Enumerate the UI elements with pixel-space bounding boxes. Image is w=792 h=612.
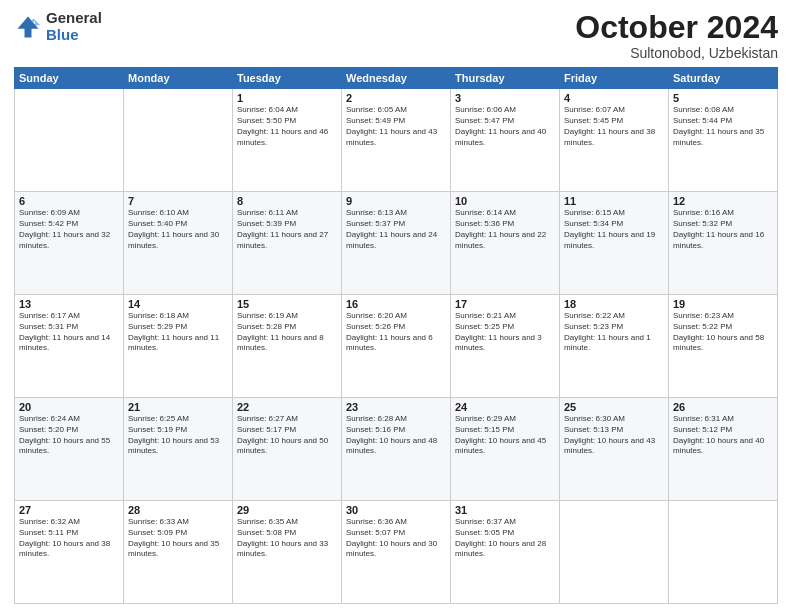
- calendar-cell: [15, 89, 124, 192]
- cell-info: Sunrise: 6:08 AM Sunset: 5:44 PM Dayligh…: [673, 105, 773, 148]
- calendar-cell: 31Sunrise: 6:37 AM Sunset: 5:05 PM Dayli…: [451, 501, 560, 604]
- cell-info: Sunrise: 6:10 AM Sunset: 5:40 PM Dayligh…: [128, 208, 228, 251]
- cell-info: Sunrise: 6:33 AM Sunset: 5:09 PM Dayligh…: [128, 517, 228, 560]
- day-number: 4: [564, 92, 664, 104]
- cell-info: Sunrise: 6:19 AM Sunset: 5:28 PM Dayligh…: [237, 311, 337, 354]
- day-number: 1: [237, 92, 337, 104]
- day-number: 6: [19, 195, 119, 207]
- title-block: October 2024 Sultonobod, Uzbekistan: [575, 10, 778, 61]
- cell-info: Sunrise: 6:31 AM Sunset: 5:12 PM Dayligh…: [673, 414, 773, 457]
- weekday-header-row: SundayMondayTuesdayWednesdayThursdayFrid…: [15, 68, 778, 89]
- day-number: 3: [455, 92, 555, 104]
- day-number: 17: [455, 298, 555, 310]
- calendar-cell: 14Sunrise: 6:18 AM Sunset: 5:29 PM Dayli…: [124, 295, 233, 398]
- day-number: 12: [673, 195, 773, 207]
- cell-info: Sunrise: 6:24 AM Sunset: 5:20 PM Dayligh…: [19, 414, 119, 457]
- calendar-cell: [669, 501, 778, 604]
- calendar-cell: 28Sunrise: 6:33 AM Sunset: 5:09 PM Dayli…: [124, 501, 233, 604]
- day-number: 7: [128, 195, 228, 207]
- day-number: 23: [346, 401, 446, 413]
- calendar-cell: 12Sunrise: 6:16 AM Sunset: 5:32 PM Dayli…: [669, 192, 778, 295]
- cell-info: Sunrise: 6:21 AM Sunset: 5:25 PM Dayligh…: [455, 311, 555, 354]
- cell-info: Sunrise: 6:35 AM Sunset: 5:08 PM Dayligh…: [237, 517, 337, 560]
- calendar-cell: 21Sunrise: 6:25 AM Sunset: 5:19 PM Dayli…: [124, 398, 233, 501]
- calendar-cell: 27Sunrise: 6:32 AM Sunset: 5:11 PM Dayli…: [15, 501, 124, 604]
- location: Sultonobod, Uzbekistan: [575, 45, 778, 61]
- calendar-week-row: 20Sunrise: 6:24 AM Sunset: 5:20 PM Dayli…: [15, 398, 778, 501]
- day-number: 28: [128, 504, 228, 516]
- calendar-cell: 2Sunrise: 6:05 AM Sunset: 5:49 PM Daylig…: [342, 89, 451, 192]
- cell-info: Sunrise: 6:07 AM Sunset: 5:45 PM Dayligh…: [564, 105, 664, 148]
- calendar-cell: 11Sunrise: 6:15 AM Sunset: 5:34 PM Dayli…: [560, 192, 669, 295]
- calendar-cell: 3Sunrise: 6:06 AM Sunset: 5:47 PM Daylig…: [451, 89, 560, 192]
- calendar-week-row: 6Sunrise: 6:09 AM Sunset: 5:42 PM Daylig…: [15, 192, 778, 295]
- calendar-cell: 18Sunrise: 6:22 AM Sunset: 5:23 PM Dayli…: [560, 295, 669, 398]
- calendar-cell: 8Sunrise: 6:11 AM Sunset: 5:39 PM Daylig…: [233, 192, 342, 295]
- day-number: 5: [673, 92, 773, 104]
- day-number: 19: [673, 298, 773, 310]
- calendar-cell: 13Sunrise: 6:17 AM Sunset: 5:31 PM Dayli…: [15, 295, 124, 398]
- cell-info: Sunrise: 6:17 AM Sunset: 5:31 PM Dayligh…: [19, 311, 119, 354]
- cell-info: Sunrise: 6:32 AM Sunset: 5:11 PM Dayligh…: [19, 517, 119, 560]
- cell-info: Sunrise: 6:28 AM Sunset: 5:16 PM Dayligh…: [346, 414, 446, 457]
- day-number: 26: [673, 401, 773, 413]
- cell-info: Sunrise: 6:04 AM Sunset: 5:50 PM Dayligh…: [237, 105, 337, 148]
- day-number: 14: [128, 298, 228, 310]
- svg-marker-0: [18, 16, 39, 37]
- cell-info: Sunrise: 6:09 AM Sunset: 5:42 PM Dayligh…: [19, 208, 119, 251]
- day-number: 18: [564, 298, 664, 310]
- weekday-header-wednesday: Wednesday: [342, 68, 451, 89]
- day-number: 13: [19, 298, 119, 310]
- calendar-cell: 7Sunrise: 6:10 AM Sunset: 5:40 PM Daylig…: [124, 192, 233, 295]
- calendar-cell: 1Sunrise: 6:04 AM Sunset: 5:50 PM Daylig…: [233, 89, 342, 192]
- cell-info: Sunrise: 6:36 AM Sunset: 5:07 PM Dayligh…: [346, 517, 446, 560]
- cell-info: Sunrise: 6:15 AM Sunset: 5:34 PM Dayligh…: [564, 208, 664, 251]
- day-number: 25: [564, 401, 664, 413]
- calendar-cell: 16Sunrise: 6:20 AM Sunset: 5:26 PM Dayli…: [342, 295, 451, 398]
- day-number: 21: [128, 401, 228, 413]
- page: General Blue October 2024 Sultonobod, Uz…: [0, 0, 792, 612]
- calendar-cell: 5Sunrise: 6:08 AM Sunset: 5:44 PM Daylig…: [669, 89, 778, 192]
- weekday-header-sunday: Sunday: [15, 68, 124, 89]
- calendar-cell: 22Sunrise: 6:27 AM Sunset: 5:17 PM Dayli…: [233, 398, 342, 501]
- logo-text: General Blue: [46, 10, 102, 43]
- cell-info: Sunrise: 6:05 AM Sunset: 5:49 PM Dayligh…: [346, 105, 446, 148]
- weekday-header-monday: Monday: [124, 68, 233, 89]
- cell-info: Sunrise: 6:37 AM Sunset: 5:05 PM Dayligh…: [455, 517, 555, 560]
- cell-info: Sunrise: 6:23 AM Sunset: 5:22 PM Dayligh…: [673, 311, 773, 354]
- day-number: 24: [455, 401, 555, 413]
- weekday-header-tuesday: Tuesday: [233, 68, 342, 89]
- calendar-cell: 17Sunrise: 6:21 AM Sunset: 5:25 PM Dayli…: [451, 295, 560, 398]
- calendar-week-row: 1Sunrise: 6:04 AM Sunset: 5:50 PM Daylig…: [15, 89, 778, 192]
- calendar-cell: 23Sunrise: 6:28 AM Sunset: 5:16 PM Dayli…: [342, 398, 451, 501]
- cell-info: Sunrise: 6:30 AM Sunset: 5:13 PM Dayligh…: [564, 414, 664, 457]
- cell-info: Sunrise: 6:11 AM Sunset: 5:39 PM Dayligh…: [237, 208, 337, 251]
- day-number: 10: [455, 195, 555, 207]
- calendar-cell: [560, 501, 669, 604]
- day-number: 31: [455, 504, 555, 516]
- cell-info: Sunrise: 6:13 AM Sunset: 5:37 PM Dayligh…: [346, 208, 446, 251]
- logo-icon: [14, 13, 42, 41]
- day-number: 20: [19, 401, 119, 413]
- cell-info: Sunrise: 6:27 AM Sunset: 5:17 PM Dayligh…: [237, 414, 337, 457]
- weekday-header-thursday: Thursday: [451, 68, 560, 89]
- calendar-cell: 4Sunrise: 6:07 AM Sunset: 5:45 PM Daylig…: [560, 89, 669, 192]
- day-number: 2: [346, 92, 446, 104]
- cell-info: Sunrise: 6:16 AM Sunset: 5:32 PM Dayligh…: [673, 208, 773, 251]
- logo-general-text: General: [46, 10, 102, 27]
- calendar-cell: 24Sunrise: 6:29 AM Sunset: 5:15 PM Dayli…: [451, 398, 560, 501]
- day-number: 30: [346, 504, 446, 516]
- header: General Blue October 2024 Sultonobod, Uz…: [14, 10, 778, 61]
- cell-info: Sunrise: 6:18 AM Sunset: 5:29 PM Dayligh…: [128, 311, 228, 354]
- day-number: 8: [237, 195, 337, 207]
- logo: General Blue: [14, 10, 102, 43]
- calendar-cell: 9Sunrise: 6:13 AM Sunset: 5:37 PM Daylig…: [342, 192, 451, 295]
- cell-info: Sunrise: 6:06 AM Sunset: 5:47 PM Dayligh…: [455, 105, 555, 148]
- day-number: 11: [564, 195, 664, 207]
- calendar-cell: 29Sunrise: 6:35 AM Sunset: 5:08 PM Dayli…: [233, 501, 342, 604]
- calendar-cell: 10Sunrise: 6:14 AM Sunset: 5:36 PM Dayli…: [451, 192, 560, 295]
- month-title: October 2024: [575, 10, 778, 45]
- cell-info: Sunrise: 6:14 AM Sunset: 5:36 PM Dayligh…: [455, 208, 555, 251]
- calendar-cell: 30Sunrise: 6:36 AM Sunset: 5:07 PM Dayli…: [342, 501, 451, 604]
- weekday-header-friday: Friday: [560, 68, 669, 89]
